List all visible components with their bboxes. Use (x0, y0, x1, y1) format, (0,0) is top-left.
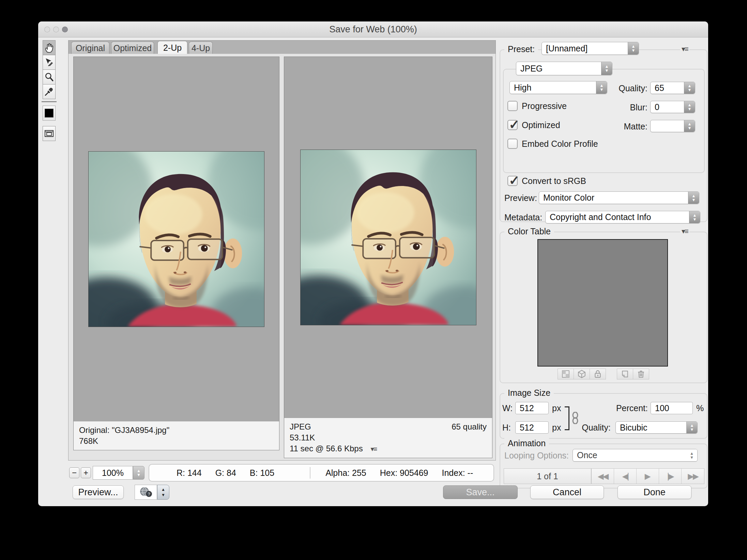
original-filesize: 768K (79, 436, 274, 447)
maximize-button[interactable] (62, 27, 68, 32)
quality-label: Quality: (614, 83, 647, 93)
height-field[interactable]: 512 (515, 421, 549, 434)
cube-icon (578, 370, 586, 378)
metadata-value: Copyright and Contact Info (546, 211, 689, 223)
resample-quality-label: Quality: (577, 422, 611, 433)
magnifier-icon (44, 72, 54, 82)
percent-field[interactable]: 100 (651, 402, 693, 414)
quality-field[interactable]: 65 (650, 82, 695, 94)
width-field[interactable]: 512 (515, 402, 549, 414)
preview-button[interactable]: Preview... (73, 485, 124, 499)
toggle-slices-visibility-button[interactable] (43, 126, 56, 141)
delete-color-button[interactable] (633, 369, 649, 379)
view-tab-strip: Original Optimized 2-Up 4-Up (68, 40, 496, 54)
preview-mode-dropdown[interactable]: Monitor Color (539, 191, 699, 204)
resample-quality-value: Bicubic (616, 422, 686, 433)
hand-tool-button[interactable] (43, 40, 56, 55)
quality-value: 65 (651, 82, 684, 94)
looping-stepper-icon (686, 449, 697, 461)
compression-dropdown[interactable]: High (509, 81, 607, 94)
tab-original[interactable]: Original (71, 42, 109, 54)
zoom-in-button[interactable]: + (81, 467, 91, 478)
optimized-image-view[interactable] (284, 57, 492, 418)
optimized-quality: 65 quality (452, 421, 487, 432)
optimized-checkbox[interactable] (507, 120, 518, 130)
zoom-level-field[interactable]: 100% (93, 466, 133, 480)
wh-link-bracket (565, 406, 569, 430)
close-button[interactable] (44, 27, 50, 32)
next-frame-button[interactable]: |▶ (659, 469, 682, 484)
browser-globe-icon: ? (139, 486, 153, 498)
lock-color-button[interactable] (590, 369, 606, 379)
cancel-button[interactable]: Cancel (530, 485, 604, 499)
frame-counter: 1 of 1 (504, 468, 591, 484)
transparency-icon (562, 370, 569, 378)
compression-value: High (510, 81, 596, 94)
map-transparency-button[interactable] (558, 369, 574, 379)
previous-frame-button[interactable]: ◀| (614, 469, 637, 484)
looping-options-dropdown[interactable]: Once (573, 449, 698, 462)
quality-stepper-icon (684, 82, 695, 94)
preview-mode-stepper-icon (688, 192, 699, 204)
slice-select-tool-button[interactable] (43, 55, 56, 70)
original-image-view[interactable] (74, 57, 279, 421)
optimized-label: Optimized (522, 120, 560, 130)
slice-select-icon (44, 58, 54, 67)
blur-value: 0 (651, 101, 684, 113)
preview-pane-original[interactable]: Original: "GJ3A8954.jpg" 768K (73, 57, 279, 450)
tab-4up[interactable]: 4-Up (189, 42, 213, 54)
height-unit: px (552, 422, 561, 433)
download-speed-menu-icon[interactable]: ▾≡ (370, 445, 377, 453)
eyedropper-color-swatch[interactable] (43, 106, 56, 121)
original-info-bar: Original: "GJ3A8954.jpg" 768K (74, 421, 279, 450)
metadata-label: Metadata: (504, 212, 542, 222)
preview-mode-label: Preview: (504, 193, 537, 203)
zoom-tool-button[interactable] (43, 69, 56, 84)
titlebar: Save for Web (100%) (38, 21, 708, 37)
done-button[interactable]: Done (618, 485, 691, 499)
convert-srgb-label: Convert to sRGB (522, 176, 586, 186)
metadata-stepper-icon (689, 211, 700, 223)
zoom-out-button[interactable]: − (69, 467, 79, 478)
web-shift-button[interactable] (574, 369, 590, 379)
save-button[interactable]: Save... (443, 485, 518, 499)
browser-selector-stepper[interactable] (157, 485, 169, 500)
readout-b: B: 105 (250, 468, 274, 478)
tab-2up[interactable]: 2-Up (157, 41, 187, 54)
matte-dropdown[interactable] (650, 120, 695, 132)
matte-label: Matte: (614, 121, 647, 131)
blur-field[interactable]: 0 (650, 101, 695, 113)
svg-text:?: ? (148, 492, 150, 497)
progressive-label: Progressive (522, 101, 567, 111)
resample-stepper-icon (686, 422, 697, 433)
embed-color-profile-checkbox[interactable] (507, 139, 518, 149)
blur-stepper-icon (684, 101, 695, 113)
preview-pane-optimized[interactable]: JPEG 65 quality 53.11K 11 sec @ 56.6 Kbp… (284, 57, 492, 458)
format-dropdown[interactable]: JPEG (516, 62, 612, 75)
optimized-download-time: 11 sec @ 56.6 Kbps (290, 444, 363, 453)
settings-menu-icon[interactable]: ▾≡ (680, 45, 689, 53)
progressive-checkbox[interactable] (507, 101, 518, 111)
last-frame-button[interactable]: ▶▶ (682, 469, 704, 484)
readout-index: Index: -- (442, 468, 473, 478)
zoom-level-stepper[interactable] (133, 466, 144, 480)
eyedropper-tool-button[interactable] (43, 84, 56, 99)
preview-mode-value: Monitor Color (539, 192, 688, 204)
compression-stepper-icon (596, 81, 607, 94)
preview-browser-selector[interactable]: ? (135, 485, 157, 500)
minimize-button[interactable] (53, 27, 59, 32)
color-table-menu-icon[interactable]: ▾≡ (680, 227, 689, 236)
tab-optimized[interactable]: Optimized (111, 42, 154, 54)
current-color-black (45, 109, 54, 118)
new-color-button[interactable] (617, 369, 633, 379)
percent-label: Percent: (614, 403, 648, 413)
first-frame-button[interactable]: ◀◀ (592, 469, 614, 484)
readout-alpha: Alpha: 255 (325, 468, 366, 478)
preset-dropdown[interactable]: [Unnamed] (542, 42, 639, 55)
convert-srgb-checkbox[interactable] (507, 176, 518, 186)
play-button[interactable]: ▶ (637, 469, 659, 484)
window-title: Save for Web (100%) (38, 21, 708, 37)
eyedropper-icon (44, 87, 54, 96)
metadata-dropdown[interactable]: Copyright and Contact Info (545, 211, 700, 223)
resample-quality-dropdown[interactable]: Bicubic (615, 421, 698, 434)
